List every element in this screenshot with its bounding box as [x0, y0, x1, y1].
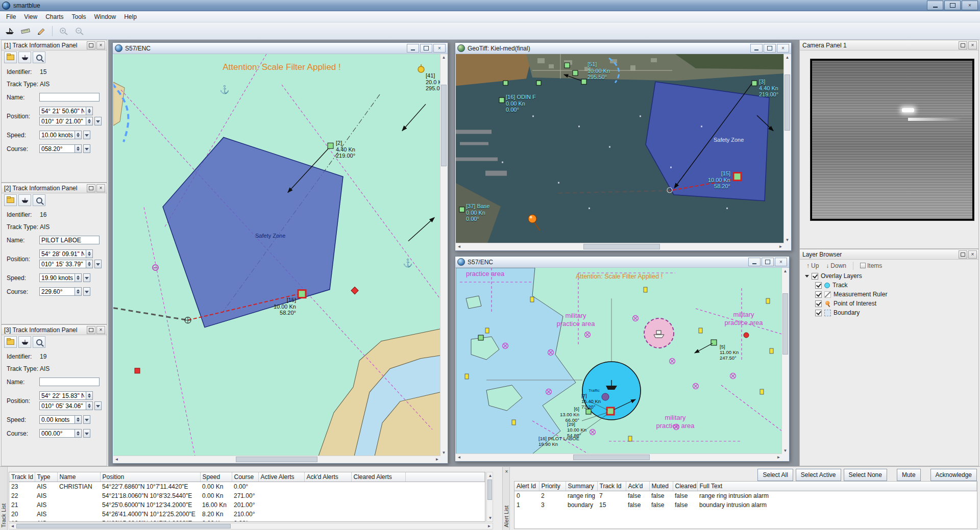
open-button[interactable] [4, 52, 17, 63]
longitude-input[interactable] [39, 260, 86, 268]
scroll-right-arrow[interactable]: ► [486, 523, 493, 529]
column-header[interactable]: Speed [200, 472, 232, 482]
course-input[interactable] [39, 144, 75, 153]
close-button[interactable]: × [433, 44, 446, 53]
column-header[interactable]: Track Id [9, 472, 35, 482]
layer-items-button[interactable]: Items [857, 262, 885, 269]
table-row[interactable]: 20AIS54°26'41.4000"N 10°12'25.2000"E8.20… [9, 510, 485, 519]
scroll-right-arrow[interactable]: ► [775, 454, 782, 461]
alert-list-tab[interactable]: Alert List [503, 506, 509, 527]
open-button[interactable] [4, 194, 17, 206]
column-header[interactable]: Full Text [697, 482, 977, 491]
expander-icon[interactable] [805, 275, 809, 277]
column-header[interactable]: Cleared Alerts [351, 472, 405, 482]
scrollbar-thumb[interactable] [16, 524, 231, 528]
dropdown-button[interactable] [94, 260, 102, 268]
panel-titlebar[interactable]: [1] Track Information Panel × [2, 40, 107, 51]
track-label[interactable]: [16] PILOT LABOE19.90 Kn [538, 436, 579, 447]
spinner[interactable] [86, 117, 93, 125]
spinner[interactable] [75, 429, 82, 438]
menu-help[interactable]: Help [120, 12, 141, 21]
scrollbar-thumb[interactable] [236, 457, 317, 462]
scroll-left-arrow[interactable]: ◄ [113, 456, 120, 463]
select-none-button[interactable]: Select None [844, 469, 887, 481]
scrollbar-thumb[interactable] [573, 455, 650, 460]
dropdown-button[interactable] [83, 144, 90, 153]
open-button[interactable] [4, 336, 17, 348]
menu-view[interactable]: View [20, 12, 41, 21]
dropdown-button[interactable] [83, 415, 90, 424]
track-label[interactable]: [51]10.00 Kn295.50° [587, 61, 610, 81]
scrollbar-thumb[interactable] [487, 479, 492, 500]
column-header[interactable]: Priority [539, 482, 566, 491]
window-titlebar[interactable]: S57/ENC × [113, 43, 448, 54]
dropdown-button[interactable] [83, 287, 90, 296]
scroll-right-arrow[interactable]: ► [777, 243, 784, 250]
float-button[interactable] [87, 41, 95, 49]
checkbox[interactable] [815, 310, 822, 316]
course-input[interactable] [39, 429, 75, 438]
track-label[interactable]: [6]13.00 Kn66.00° [554, 407, 579, 423]
maximize-button[interactable] [762, 258, 774, 266]
close-button[interactable]: × [96, 41, 105, 49]
table-row[interactable]: 22AIS54°21'18.0060"N 10°8'32.5440"E0.00 … [9, 491, 485, 500]
scrollbar-thumb[interactable] [785, 74, 790, 131]
window-titlebar[interactable]: GeoTiff: Kiel-med(final) × [455, 43, 791, 54]
horizontal-scrollbar[interactable]: ◄ ► [456, 243, 784, 250]
track-label[interactable]: [16] ODIN F0.00 Kn0.00° [506, 94, 536, 113]
track-list-tab[interactable]: Track List [1, 503, 7, 527]
panel-titlebar[interactable]: [2] Track Information Panel × [2, 183, 107, 193]
track-label[interactable]: [15]10.00 Kn58.20° [266, 297, 296, 316]
spinner[interactable] [75, 287, 82, 296]
scroll-down-arrow[interactable]: ▼ [440, 449, 447, 456]
latitude-input[interactable] [39, 107, 86, 115]
scroll-up-arrow[interactable]: ▲ [487, 472, 494, 479]
checkbox[interactable] [812, 273, 818, 280]
panel-titlebar[interactable]: Layer Browser × [800, 249, 978, 260]
close-button[interactable]: × [777, 44, 789, 53]
menu-file[interactable]: File [2, 12, 20, 21]
scroll-up-arrow[interactable]: ▲ [782, 268, 789, 274]
boat-home-button[interactable] [2, 24, 17, 38]
chart-canvas-enc2[interactable]: practice area Attention: Scale Filter Ap… [456, 268, 782, 454]
speed-input[interactable] [39, 131, 75, 139]
track-label[interactable]: [37] Base0.00 Kn0.00° [466, 203, 489, 222]
dropdown-button[interactable] [83, 131, 90, 139]
scroll-left-arrow[interactable]: ◄ [456, 243, 462, 250]
track-label[interactable]: [41]20.0 Kn295.0° [426, 72, 440, 92]
search-button[interactable] [33, 52, 45, 63]
table-row[interactable]: 02range ring7falsefalsefalserange ring i… [514, 491, 977, 501]
panel-titlebar[interactable]: Camera Panel 1 × [800, 40, 978, 51]
close-button[interactable]: × [504, 469, 509, 474]
track-label[interactable]: [2]4.40 Kn219.00° [336, 140, 355, 159]
horizontal-scrollbar[interactable]: ◄ ► [113, 456, 440, 463]
minimize-button[interactable] [407, 44, 419, 53]
window-minimize-button[interactable] [927, 1, 943, 10]
checkbox[interactable] [815, 291, 822, 298]
window-titlebar[interactable]: S57/ENC × [455, 257, 789, 268]
center-track-button[interactable] [18, 194, 31, 206]
name-input[interactable] [39, 93, 100, 102]
zoom-out-button[interactable] [72, 24, 87, 38]
table-row[interactable]: 19AIS54°22'15.8340"N 10°5'34.0620"E0.00 … [9, 519, 485, 522]
latitude-input[interactable] [39, 391, 86, 400]
menu-charts[interactable]: Charts [41, 12, 67, 21]
search-button[interactable] [33, 194, 45, 206]
horizontal-scrollbar[interactable]: ◄ ► [456, 453, 782, 461]
close-button[interactable]: × [968, 250, 977, 259]
spinner[interactable] [86, 401, 93, 410]
dropdown-button[interactable] [83, 429, 90, 438]
spinner[interactable] [75, 273, 82, 282]
speed-input[interactable] [39, 415, 75, 424]
panel-titlebar[interactable]: [3] Track Information Panel × [2, 325, 107, 335]
column-header[interactable]: Position [100, 472, 200, 482]
minimize-button[interactable] [750, 44, 763, 53]
float-button[interactable] [959, 250, 967, 259]
column-header[interactable]: Alert Id [514, 482, 539, 491]
scroll-down-arrow[interactable]: ▼ [487, 515, 494, 521]
scroll-up-arrow[interactable]: ▲ [784, 54, 791, 61]
spinner[interactable] [75, 415, 82, 424]
window-maximize-button[interactable] [944, 1, 961, 10]
column-header[interactable]: Cleared [673, 482, 697, 491]
select-active-button[interactable]: Select Active [796, 469, 841, 481]
